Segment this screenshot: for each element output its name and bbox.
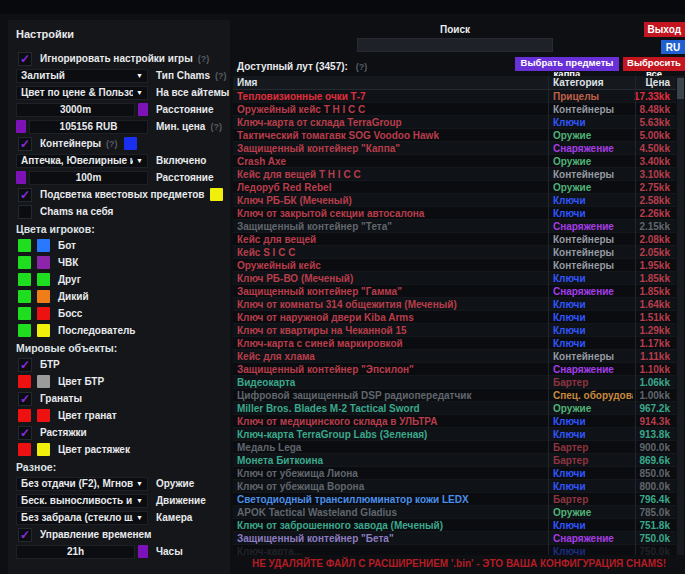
checkbox[interactable]: ✓ (18, 188, 32, 202)
color-swatch[interactable] (16, 171, 26, 184)
checkbox[interactable]: ✓ (18, 392, 32, 406)
scrollbar-thumb[interactable] (677, 78, 684, 99)
color-swatch[interactable] (138, 103, 148, 116)
color-swatch[interactable] (18, 443, 31, 456)
table-row[interactable]: Светодиодный трансиллюминатор кожи LEDXБ… (233, 493, 676, 506)
color-swatch[interactable] (210, 188, 223, 201)
item-name: Защищенный контейнер "Тета" (237, 220, 545, 233)
setting-label: Друг (58, 274, 81, 285)
value-input[interactable]: 105156 RUB (29, 120, 148, 134)
search-input[interactable] (357, 38, 553, 52)
table-row[interactable]: Кейс S I C CКонтейнеры2.05kk (233, 246, 676, 259)
color-swatch[interactable] (37, 307, 50, 320)
item-price: 1.11kk (640, 350, 670, 363)
control-zone: 105156 RUB (16, 120, 148, 134)
checkbox[interactable]: ✓ (18, 528, 32, 542)
table-row[interactable]: Ключ от квартиры на Чеканной 15Ключи1.29… (233, 324, 676, 337)
color-swatch[interactable] (37, 443, 50, 456)
item-name: Ледоруб Red Rebel (237, 181, 545, 194)
item-category: Ключи (553, 467, 633, 480)
table-row[interactable]: Защищенный контейнер "Гамма"Снаряжение1.… (233, 285, 676, 298)
checkbox[interactable]: ✓ (18, 52, 32, 66)
table-row[interactable]: Ключ от убежища ВоронаКлючи800.0k (233, 480, 676, 493)
checkbox[interactable]: ✓ (18, 426, 32, 440)
table-row[interactable]: Тепловизионные очки Т-7Прицелы17.33kk (233, 90, 676, 103)
table-row[interactable]: Ледоруб Red RebelОружие2.75kk (233, 181, 676, 194)
color-swatch[interactable] (138, 545, 148, 558)
color-swatch[interactable] (18, 324, 31, 337)
table-row[interactable]: APOK Tactical Wasteland GladiusОружие785… (233, 506, 676, 519)
item-category: Оружие (553, 155, 633, 168)
table-row[interactable]: Кейс для вещей T H I C CКонтейнеры3.10kk (233, 168, 676, 181)
table-row[interactable]: Ключ-карта TerraGroup Labs (Зеленая)Ключ… (233, 428, 676, 441)
table-row[interactable]: Ключ от комнаты 314 общежития (Меченый)К… (233, 298, 676, 311)
item-name: Ключ-карта... (237, 545, 545, 555)
table-row[interactable]: Ключ РБ-ВО (Меченый)Ключи1.85kk (233, 272, 676, 285)
dropdown[interactable]: Залитый▼ (16, 69, 148, 83)
checkbox[interactable]: ✓ (18, 358, 32, 372)
color-swatch[interactable] (16, 120, 26, 133)
settings-row: Chams на себя (16, 203, 230, 220)
table-row[interactable]: ВидеокартаБартер1.06kk (233, 376, 676, 389)
table-row[interactable]: Ключ от закрытой секции автосалонаКлючи2… (233, 207, 676, 220)
dropdown[interactable]: Аптечка, Ювелирные и...▼ (16, 154, 148, 168)
table-row[interactable]: Crash AxeОружие3.40kk (233, 155, 676, 168)
color-swatch[interactable] (18, 375, 31, 388)
value-input[interactable]: 21h (16, 545, 135, 559)
color-swatch[interactable] (37, 375, 50, 388)
table-row[interactable]: Miller Bros. Blades M-2 Tactical SwordОр… (233, 402, 676, 415)
color-swatch[interactable] (18, 239, 31, 252)
color-swatch[interactable] (37, 256, 50, 269)
language-button[interactable]: RU (661, 40, 685, 54)
value-input[interactable]: 3000m (16, 103, 135, 117)
table-row[interactable]: Защищенный контейнер "Тета"Снаряжение2.1… (233, 220, 676, 233)
color-swatch[interactable] (37, 324, 50, 337)
table-row[interactable]: Ключ-карта с синей маркировкойКлючи1.17k… (233, 337, 676, 350)
color-swatch[interactable] (37, 409, 50, 422)
color-swatch[interactable] (18, 256, 31, 269)
table-row[interactable]: Ключ РБ-БК (Меченый)Ключи2.58kk (233, 194, 676, 207)
chevron-down-icon: ▼ (136, 478, 143, 490)
settings-row: 100mРасстояние (16, 169, 230, 186)
table-row[interactable]: Защищенный контейнер "Эпсилон"Снаряжение… (233, 363, 676, 376)
table-row[interactable]: Защищенный контейнер "Бета"Снаряжение750… (233, 532, 676, 545)
table-row[interactable]: Кейс для вещейКонтейнеры2.08kk (233, 233, 676, 246)
table-row[interactable]: Ключ от наружной двери Kiba ArmsКлючи1.5… (233, 311, 676, 324)
color-swatch[interactable] (18, 290, 31, 303)
value-input[interactable]: 100m (29, 171, 148, 185)
table-row[interactable]: Ключ от медицинского склада в УЛЬТРАКлюч… (233, 415, 676, 428)
color-swatch[interactable] (18, 409, 31, 422)
table-row[interactable]: Ключ-карта от склада TerraGroupКлючи5.63… (233, 116, 676, 129)
table-row[interactable]: Ключ от заброшенного завода (Меченый)Клю… (233, 519, 676, 532)
section-heading: Цвета игроков: (16, 220, 230, 237)
checkbox[interactable]: ✓ (18, 137, 32, 151)
item-price: 8.48kk (639, 103, 670, 116)
select-kappa-items-button[interactable]: Выбрать предметы каппа (515, 57, 619, 71)
color-swatch[interactable] (37, 273, 50, 286)
table-row[interactable]: Монета БиткоинаБартер869.6k (233, 454, 676, 467)
dropdown[interactable]: Без отдачи (F2), Мгновенное п▼ (16, 477, 148, 491)
table-row[interactable]: Оружейный кейс T H I C CКонтейнеры8.48kk (233, 103, 676, 116)
table-row[interactable]: Защищенный контейнер "Каппа"Снаряжение4.… (233, 142, 676, 155)
dropdown[interactable]: Без забрала (стекло шлема)▼ (16, 511, 148, 525)
color-swatch[interactable] (37, 290, 50, 303)
setting-label: Цвет гранат (58, 410, 117, 421)
checkbox[interactable] (18, 205, 32, 219)
table-row[interactable]: Оружейный кейсКонтейнеры1.95kk (233, 259, 676, 272)
table-row[interactable]: Тактический томагавк SOG Voodoo HawkОруж… (233, 129, 676, 142)
drop-all-button[interactable]: Выбросить все (623, 57, 685, 71)
table-row[interactable]: Цифровой защищенный DSP радиопередатчикС… (233, 389, 676, 402)
color-swatch[interactable] (37, 239, 50, 252)
exit-button[interactable]: Выход (644, 22, 685, 37)
color-swatch[interactable] (18, 307, 31, 320)
table-row[interactable]: Медаль LegaБартер900.0k (233, 441, 676, 454)
settings-row: Цвет по цене & Пользователь▼На все айтем… (16, 84, 230, 101)
dropdown[interactable]: Беск. выносливость и нет уста▼ (16, 494, 148, 508)
table-row[interactable]: Ключ-карта...Ключи750.0k (233, 545, 676, 555)
table-row[interactable]: Ключ от убежища ЛионаКлючи850.0k (233, 467, 676, 480)
color-swatch[interactable] (18, 273, 31, 286)
setting-label: Камера (156, 512, 192, 523)
dropdown[interactable]: Цвет по цене & Пользователь▼ (16, 86, 148, 100)
table-row[interactable]: Кейс для хламаКонтейнеры1.11kk (233, 350, 676, 363)
color-swatch[interactable] (124, 137, 137, 150)
